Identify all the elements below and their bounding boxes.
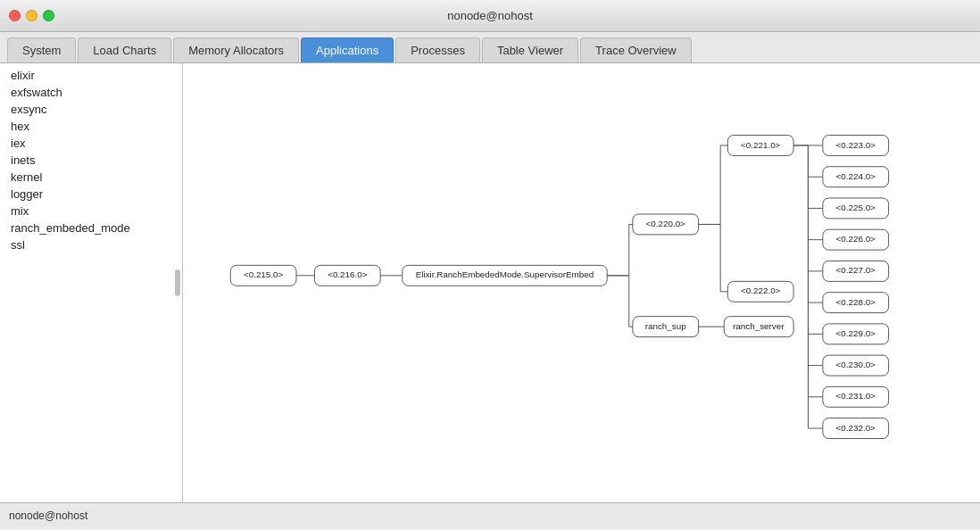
sidebar-item-exfswatch[interactable]: exfswatch <box>0 84 182 101</box>
svg-text:<0.216.0>: <0.216.0> <box>328 269 368 279</box>
sidebar-item-exsync[interactable]: exsync <box>0 101 182 118</box>
svg-text:ranch_sup: ranch_sup <box>645 321 686 331</box>
main-content: elixir exfswatch exsync hex iex inets ke… <box>0 63 980 502</box>
svg-text:<0.229.0>: <0.229.0> <box>836 328 876 338</box>
svg-text:<0.231.0>: <0.231.0> <box>836 391 876 401</box>
tree-diagram: <0.215.0> <0.216.0> Elixir.RanchEmbededM… <box>183 63 980 502</box>
sidebar-item-inets[interactable]: inets <box>0 152 182 169</box>
svg-text:<0.222.0>: <0.222.0> <box>741 286 781 295</box>
tab-system[interactable]: System <box>7 37 76 62</box>
svg-text:<0.224.0>: <0.224.0> <box>836 171 876 181</box>
sidebar-item-mix[interactable]: mix <box>0 203 182 219</box>
svg-text:<0.215.0>: <0.215.0> <box>244 269 284 279</box>
svg-text:<0.225.0>: <0.225.0> <box>836 203 876 212</box>
window-controls[interactable] <box>9 10 54 21</box>
svg-text:Elixir.RanchEmbededMode.Superv: Elixir.RanchEmbededMode.SupervisorEmbed <box>416 269 594 279</box>
statusbar: nonode@nohost <box>0 502 980 527</box>
maximize-button[interactable] <box>43 10 54 21</box>
tabbar: System Load Charts Memory Allocators App… <box>0 32 980 63</box>
applications-sidebar: elixir exfswatch exsync hex iex inets ke… <box>0 63 183 502</box>
scrollbar-indicator <box>175 269 180 296</box>
sidebar-item-kernel[interactable]: kernel <box>0 169 182 186</box>
close-button[interactable] <box>9 10 21 21</box>
svg-text:ranch_server: ranch_server <box>733 321 785 331</box>
titlebar: nonode@nohost <box>0 0 980 32</box>
svg-text:<0.232.0>: <0.232.0> <box>836 423 876 433</box>
tab-load-charts[interactable]: Load Charts <box>78 37 171 62</box>
svg-text:<0.220.0>: <0.220.0> <box>646 219 686 228</box>
sidebar-item-elixir[interactable]: elixir <box>0 67 182 84</box>
tab-trace-overview[interactable]: Trace Overview <box>580 37 692 62</box>
tab-processes[interactable]: Processes <box>395 37 480 62</box>
tab-table-viewer[interactable]: Table Viewer <box>482 37 578 62</box>
sidebar-item-hex[interactable]: hex <box>0 118 182 135</box>
sidebar-item-ranch-embeded-mode[interactable]: ranch_embeded_mode <box>0 219 182 236</box>
svg-text:<0.227.0>: <0.227.0> <box>836 265 876 275</box>
sidebar-item-logger[interactable]: logger <box>0 186 182 203</box>
svg-text:<0.223.0>: <0.223.0> <box>836 140 876 150</box>
application-graph[interactable]: <0.215.0> <0.216.0> Elixir.RanchEmbededM… <box>183 63 980 502</box>
window-title: nonode@nohost <box>447 9 533 22</box>
svg-text:<0.221.0>: <0.221.0> <box>741 140 781 150</box>
tab-memory-allocators[interactable]: Memory Allocators <box>173 37 299 62</box>
svg-text:<0.226.0>: <0.226.0> <box>836 234 876 244</box>
tab-applications[interactable]: Applications <box>301 37 394 62</box>
svg-text:<0.228.0>: <0.228.0> <box>836 297 876 307</box>
sidebar-item-ssl[interactable]: ssl <box>0 236 182 253</box>
sidebar-item-iex[interactable]: iex <box>0 135 182 152</box>
svg-text:<0.230.0>: <0.230.0> <box>836 360 876 369</box>
minimize-button[interactable] <box>26 10 37 21</box>
status-text: nonode@nohost <box>9 509 87 522</box>
